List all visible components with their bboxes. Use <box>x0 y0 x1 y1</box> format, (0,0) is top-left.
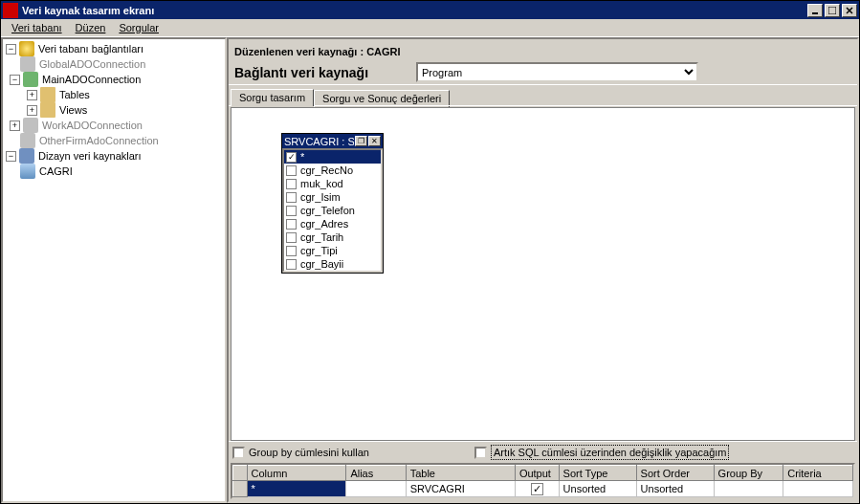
conn-source-select[interactable]: Program <box>416 62 698 82</box>
field-checkbox[interactable] <box>286 246 297 256</box>
close-icon[interactable]: ✕ <box>368 136 381 146</box>
cell-criteria[interactable] <box>783 481 853 497</box>
menu-bar: Veri tabanı Düzen Sorgular <box>1 19 859 37</box>
cell-sort-order[interactable]: Unsorted <box>636 481 714 497</box>
svg-rect-0 <box>812 12 818 14</box>
restore-icon[interactable]: ❐ <box>355 136 367 146</box>
collapse-icon[interactable]: − <box>10 75 20 85</box>
connection-icon <box>20 133 35 148</box>
column-header[interactable]: Table <box>406 466 515 481</box>
maximize-button[interactable] <box>825 4 840 17</box>
collapse-icon[interactable]: − <box>6 44 16 55</box>
groupby-checkbox[interactable] <box>232 447 245 459</box>
cell-output[interactable]: ✓ <box>515 481 559 497</box>
field-label: cgr_Telefon <box>300 205 355 216</box>
field-item[interactable]: cgr_Telefon <box>284 204 381 217</box>
field-item[interactable]: cgr_Adres <box>284 217 381 230</box>
right-panel: Düzenlenen veri kaynağı : CAGRI Bağlantı… <box>227 37 859 503</box>
folder-icon <box>40 102 55 118</box>
column-header[interactable]: Sort Type <box>559 466 636 481</box>
tree-node-views[interactable]: + Views <box>3 102 225 118</box>
field-list[interactable]: ✓*cgr_RecNomuk_kodcgr_Isimcgr_Telefoncgr… <box>282 148 383 273</box>
tree-node-design[interactable]: − Dizayn veri kaynakları <box>3 148 225 164</box>
cell-column[interactable]: * <box>247 481 346 497</box>
close-button[interactable] <box>842 4 857 17</box>
design-icon <box>19 148 34 164</box>
field-label: cgr_Adres <box>300 218 348 230</box>
tree-panel[interactable]: − Veri tabanı bağlantıları GlobalADOConn… <box>1 37 227 503</box>
table-field-window[interactable]: SRVCAGRI : S ❐ ✕ ✓*cgr_RecNomuk_kodcgr_I… <box>281 133 384 274</box>
field-checkbox[interactable] <box>286 179 297 189</box>
collapse-icon[interactable]: − <box>6 151 16 162</box>
field-checkbox[interactable]: ✓ <box>286 152 297 163</box>
cell-table[interactable]: SRVCAGRI <box>406 481 515 497</box>
folder-icon <box>40 87 55 102</box>
page-title: Düzenlenen veri kaynağı : CAGRI <box>234 43 851 58</box>
field-label: cgr_Tipi <box>300 245 338 256</box>
field-checkbox[interactable] <box>286 259 297 270</box>
field-item[interactable]: cgr_Isim <box>284 190 381 204</box>
column-header[interactable]: Sort Order <box>636 466 714 481</box>
svg-rect-1 <box>828 7 836 14</box>
row-header[interactable] <box>233 481 248 497</box>
rawsql-checkbox[interactable] <box>474 447 487 459</box>
menu-queries[interactable]: Sorgular <box>112 20 165 35</box>
tree-node-global[interactable]: GlobalADOConnection <box>3 56 225 72</box>
rawsql-label: Artık SQL cümlesi üzerinden değişiklik y… <box>491 445 730 460</box>
field-item[interactable]: cgr_RecNo <box>284 164 381 177</box>
field-item[interactable]: cgr_Tarih <box>284 230 381 244</box>
connection-icon <box>23 118 38 133</box>
field-checkbox[interactable] <box>286 219 297 230</box>
output-checkbox: ✓ <box>531 483 543 495</box>
connection-icon <box>20 56 35 72</box>
column-header[interactable]: Group By <box>714 466 783 481</box>
expand-icon[interactable]: + <box>10 121 20 131</box>
app-icon <box>3 3 18 18</box>
column-header[interactable]: Alias <box>346 466 406 481</box>
field-checkbox[interactable] <box>286 165 297 176</box>
cell-group-by[interactable] <box>714 481 783 497</box>
field-window-titlebar[interactable]: SRVCAGRI : S ❐ ✕ <box>282 134 383 148</box>
field-label: * <box>300 151 304 163</box>
window-title: Veri kaynak tasarım ekranı <box>22 5 805 16</box>
field-checkbox[interactable] <box>286 206 297 216</box>
field-label: cgr_Isim <box>300 191 341 203</box>
menu-database[interactable]: Veri tabanı <box>5 20 69 35</box>
menu-edit[interactable]: Düzen <box>69 20 113 35</box>
tree-node-work[interactable]: + WorkADOConnection <box>3 118 225 133</box>
field-item[interactable]: muk_kod <box>284 177 381 190</box>
field-item[interactable]: cgr_Bayii <box>284 257 381 271</box>
column-header[interactable]: Output <box>515 466 559 481</box>
groupby-label: Group by cümlesini kullan <box>249 447 369 458</box>
field-checkbox[interactable] <box>286 232 297 243</box>
field-label: cgr_Tarih <box>300 231 343 243</box>
tree-node-tables[interactable]: + Tables <box>3 87 225 102</box>
tree-node-main[interactable]: − MainADOConnection <box>3 72 225 87</box>
expand-icon[interactable]: + <box>27 90 37 100</box>
table-row[interactable]: * SRVCAGRI ✓ Unsorted Unsorted <box>233 481 853 497</box>
main-area: − Veri tabanı bağlantıları GlobalADOConn… <box>1 37 859 503</box>
designer-header: Düzenlenen veri kaynağı : CAGRI Bağlantı… <box>229 39 857 85</box>
query-icon <box>20 164 35 179</box>
query-design-surface[interactable]: SRVCAGRI : S ❐ ✕ ✓*cgr_RecNomuk_kodcgr_I… <box>231 107 855 441</box>
column-header[interactable]: Column <box>247 466 346 481</box>
database-icon <box>19 41 34 56</box>
tab-design[interactable]: Sorgu tasarım <box>231 89 314 106</box>
tree-node-other[interactable]: OtherFirmAdoConnection <box>3 133 225 148</box>
cell-alias[interactable] <box>346 481 406 497</box>
field-checkbox[interactable] <box>286 192 297 203</box>
connection-icon <box>23 72 38 87</box>
window-titlebar: Veri kaynak tasarım ekranı <box>1 1 859 19</box>
tree-node-cagri[interactable]: CAGRI <box>3 164 225 179</box>
criteria-grid[interactable]: ColumnAliasTableOutputSort TypeSort Orde… <box>231 463 855 499</box>
cell-sort-type[interactable]: Unsorted <box>559 481 636 497</box>
minimize-button[interactable] <box>807 4 823 17</box>
tree-node-connections[interactable]: − Veri tabanı bağlantıları <box>3 41 225 56</box>
column-header[interactable]: Criteria <box>783 466 853 481</box>
field-item[interactable]: ✓* <box>284 150 381 164</box>
field-label: cgr_RecNo <box>300 164 353 176</box>
tab-bar: Sorgu tasarım Sorgu ve Sonuç değerleri <box>229 85 857 105</box>
expand-icon[interactable]: + <box>27 105 37 116</box>
field-item[interactable]: cgr_Tipi <box>284 244 381 257</box>
conn-source-label: Bağlantı veri kaynağı <box>234 65 416 80</box>
